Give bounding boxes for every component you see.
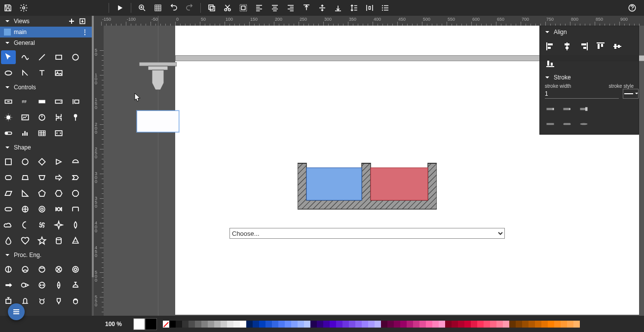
shape-pill[interactable] [1, 202, 16, 216]
zoom-level[interactable]: 100 % [94, 321, 133, 328]
palette-swatch[interactable] [323, 321, 330, 328]
menu-fab[interactable] [8, 303, 25, 320]
palette-swatch[interactable] [452, 321, 458, 328]
shape-hexagon[interactable] [51, 186, 66, 200]
palette-swatch[interactable] [291, 321, 298, 328]
palette-swatch[interactable] [240, 321, 246, 328]
line-tool[interactable] [35, 50, 49, 64]
align-hcenter[interactable] [562, 41, 572, 52]
help-button[interactable] [624, 0, 640, 16]
palette-swatch[interactable] [484, 321, 490, 328]
shape-cloud[interactable] [1, 218, 16, 232]
shape-octagon[interactable] [68, 186, 83, 200]
palette-swatch[interactable] [265, 321, 272, 328]
align-top[interactable] [595, 41, 606, 52]
save-button[interactable] [0, 0, 16, 16]
linejoin-bevel[interactable] [578, 118, 589, 129]
general-section-header[interactable]: General [0, 37, 92, 48]
palette-swatch[interactable] [529, 321, 535, 328]
distribute-h-button[interactable] [362, 0, 378, 16]
circle-tool[interactable] [68, 50, 83, 64]
shape-target[interactable] [18, 202, 33, 216]
group-button[interactable] [235, 0, 251, 16]
valign-top-button[interactable] [299, 0, 314, 16]
input-control[interactable] [35, 95, 49, 109]
palette-swatch[interactable] [407, 321, 413, 328]
palette-swatch[interactable] [394, 321, 400, 328]
shape-heart[interactable] [18, 234, 33, 248]
valign-middle-button[interactable] [314, 0, 330, 16]
palette-swatch[interactable] [490, 321, 496, 328]
palette-swatch[interactable] [195, 321, 201, 328]
shape-donut[interactable] [35, 202, 49, 216]
led-control[interactable] [1, 111, 16, 124]
linecap-butt[interactable] [545, 104, 556, 114]
stroke-style-dropdown[interactable] [623, 89, 639, 99]
align-right[interactable] [578, 41, 589, 52]
linecap-round[interactable] [562, 104, 572, 114]
image-tool[interactable] [51, 66, 66, 80]
palette-swatch[interactable] [522, 321, 529, 328]
shape-roundrect[interactable] [1, 171, 16, 184]
pe-shape-8[interactable] [35, 278, 49, 292]
proc-eng-section-header[interactable]: Proc. Eng. [0, 250, 92, 260]
shape-chevron[interactable] [68, 171, 83, 184]
palette-swatch[interactable] [278, 321, 285, 328]
shape-diamond[interactable] [35, 155, 49, 169]
canvas-shape-container[interactable] [298, 163, 437, 210]
undo-button[interactable] [166, 0, 182, 16]
cut-button[interactable] [220, 0, 235, 16]
pe-shape-3[interactable] [35, 262, 49, 276]
ellipse-tool[interactable] [1, 66, 16, 80]
pipe-control[interactable] [51, 111, 66, 124]
palette-swatch[interactable] [419, 321, 426, 328]
palette-swatch[interactable] [413, 321, 419, 328]
palette-swatch[interactable] [253, 321, 259, 328]
text-tool[interactable] [35, 66, 49, 80]
palette-swatch[interactable] [342, 321, 349, 328]
align-section-header[interactable]: Align [540, 26, 639, 38]
palette-swatch[interactable] [567, 321, 573, 328]
trend-control[interactable] [18, 111, 33, 124]
palette-swatch[interactable] [189, 321, 195, 328]
numeric-control[interactable]: ## [18, 95, 33, 109]
fill-color-well[interactable] [133, 318, 145, 330]
palette-swatch[interactable] [381, 321, 387, 328]
shape-tab[interactable] [68, 202, 83, 216]
shape-triangle[interactable] [51, 155, 66, 169]
canvas-guide-vertical[interactable] [158, 16, 158, 322]
linejoin-round[interactable] [562, 118, 572, 129]
align-vcenter[interactable] [612, 41, 623, 52]
linejoin-miter[interactable] [545, 118, 556, 129]
shape-leaf[interactable] [68, 218, 83, 232]
dropdown-control[interactable] [51, 95, 66, 109]
add-view-button[interactable] [68, 18, 75, 25]
palette-swatch[interactable] [201, 321, 208, 328]
pe-shape-14[interactable] [51, 294, 66, 308]
stroke-width-input[interactable] [545, 89, 619, 99]
shape-moon[interactable] [18, 218, 33, 232]
palette-swatch[interactable] [182, 321, 189, 328]
align-bottom[interactable] [545, 58, 556, 69]
palette-swatch[interactable] [554, 321, 561, 328]
palette-swatch[interactable] [176, 321, 182, 328]
pe-shape-15[interactable] [68, 294, 83, 308]
canvas-shape-selected-rect[interactable] [137, 111, 179, 132]
grid-button[interactable] [150, 0, 166, 16]
palette-swatch[interactable] [227, 321, 233, 328]
pe-shape-5[interactable] [68, 262, 83, 276]
pe-shape-9[interactable] [51, 278, 66, 292]
palette-swatch[interactable] [355, 321, 362, 328]
table-control[interactable] [35, 126, 49, 140]
palette-swatch[interactable] [169, 321, 176, 328]
switch-control[interactable] [1, 126, 16, 140]
shape-square[interactable] [1, 155, 16, 169]
palette-swatch[interactable] [375, 321, 381, 328]
palette-swatch[interactable] [439, 321, 445, 328]
palette-swatch[interactable] [561, 321, 567, 328]
shape-rtriangle[interactable] [18, 186, 33, 200]
palette-swatch[interactable] [516, 321, 522, 328]
palette-swatch[interactable] [464, 321, 471, 328]
stroke-section-header[interactable]: Stroke [540, 72, 639, 83]
html-control[interactable] [51, 126, 66, 140]
